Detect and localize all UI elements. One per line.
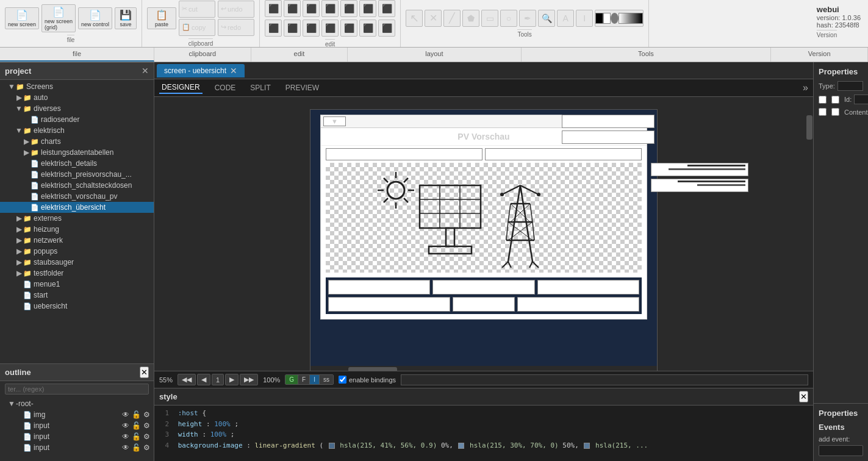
tree-item-diverses[interactable]: ▼ 📁 diverses — [0, 103, 154, 114]
tree-item-el-schalt[interactable]: 📄 elektrisch_schaltsteckdosen — [0, 180, 154, 191]
flip-h-icon[interactable]: ⬛ — [265, 20, 282, 37]
tree-item-staubsauger[interactable]: ▶ 📁 staubsauger — [0, 257, 154, 268]
pen-tool[interactable]: ✒ — [519, 10, 536, 27]
zoom-prev-button[interactable]: ◀ — [197, 374, 210, 385]
text-tool[interactable]: A — [557, 10, 574, 27]
dark-input-1[interactable] — [562, 115, 655, 128]
outline-root[interactable]: ▼ -root- — [0, 398, 154, 409]
canvas-wrapper[interactable]: ▼ PV Vorschau — [154, 97, 813, 371]
id-checkbox2[interactable] — [831, 96, 839, 104]
canvas-hscroll[interactable] — [310, 366, 657, 371]
settings-icon[interactable]: ⚙ — [143, 410, 150, 419]
tree-item-screens[interactable]: ▼ 📁 Screens — [0, 81, 154, 92]
tree-item-heizung[interactable]: ▶ 📁 heizung — [0, 224, 154, 235]
pv-input-left[interactable] — [326, 148, 482, 160]
tab-preview[interactable]: PREVIEW — [283, 82, 321, 93]
tree-item-auto[interactable]: ▶ 📁 auto — [0, 92, 154, 103]
new-screen-grid-button[interactable]: 📄 new screen(grid) — [41, 4, 76, 32]
tree-item-start[interactable]: 📄 start — [0, 290, 154, 301]
enable-bindings-checkbox[interactable] — [339, 376, 346, 384]
vscroll-thumb[interactable] — [806, 115, 812, 140]
polygon-tool[interactable]: ⬟ — [462, 10, 479, 27]
lock-icon-2[interactable]: 🔓 — [132, 421, 141, 430]
tab-close-button[interactable]: ✕ — [230, 66, 237, 75]
tab-split[interactable]: SPLIT — [248, 82, 273, 93]
right-input-2[interactable] — [651, 179, 748, 192]
tree-item-popups[interactable]: ▶ 📁 popups — [0, 246, 154, 257]
outline-close-button[interactable]: ✕ — [140, 366, 149, 378]
bottom-input-1[interactable] — [328, 280, 430, 295]
ss-button[interactable]: ss — [320, 375, 333, 384]
outline-item-input2[interactable]: 📄 input 👁 🔓 ⚙ — [0, 431, 154, 442]
zoom-next-button[interactable]: ▶ — [225, 374, 239, 385]
outline-item-input3[interactable]: 📄 input 👁 🔓 ⚙ — [0, 442, 154, 453]
copy-button[interactable]: 📋 copy — [179, 19, 215, 36]
tree-item-leistungsdaten[interactable]: ▶ 📁 leistungsdatentabellen — [0, 147, 154, 158]
content-checkbox1[interactable] — [819, 108, 827, 116]
tab-designer[interactable]: DESIGNER — [159, 82, 203, 94]
tree-item-el-details[interactable]: 📄 elektrisch_details — [0, 158, 154, 169]
outline-item-input1[interactable]: 📄 input 👁 🔓 ⚙ — [0, 420, 154, 431]
eye-icon-4[interactable]: 👁 — [122, 443, 129, 452]
grid-icon[interactable]: ⬛ — [340, 20, 357, 37]
rotate-icon[interactable]: ⬛ — [303, 20, 320, 37]
settings-icon-2[interactable]: ⚙ — [143, 421, 150, 430]
screen-tab-uebersicht[interactable]: screen - uebersicht ✕ — [157, 64, 245, 77]
zoom-first-button[interactable]: ◀◀ — [178, 374, 196, 385]
tree-item-testfolder[interactable]: ▶ 📁 testfolder — [0, 268, 154, 279]
bottom-input-4[interactable] — [328, 297, 450, 312]
tree-item-radiosender[interactable]: 📄 radiosender — [0, 114, 154, 125]
right-input-1[interactable] — [651, 163, 748, 176]
content-checkbox2[interactable] — [831, 108, 839, 116]
tree-item-externes[interactable]: ▶ 📁 externes — [0, 213, 154, 224]
tree-item-elektrisch[interactable]: ▼ 📁 elektrisch — [0, 125, 154, 136]
ellipse-tool[interactable]: ○ — [500, 10, 517, 27]
bindings-input[interactable] — [401, 374, 808, 385]
scale-icon[interactable]: ⬛ — [321, 20, 339, 37]
style-code-area[interactable]: 1 :host { 2 height : 100% ; 3 width : 10… — [154, 406, 813, 453]
align-left-icon[interactable]: ⬛ — [265, 0, 282, 17]
tab-code[interactable]: CODE — [212, 82, 239, 93]
bottom-input-2[interactable] — [432, 280, 534, 295]
black-swatch[interactable] — [595, 13, 603, 24]
distribute-icon[interactable]: ⬛ — [378, 0, 395, 17]
align-top-icon[interactable]: ⬛ — [321, 0, 339, 17]
settings-icon-3[interactable]: ⚙ — [143, 432, 150, 441]
text-cursor-tool[interactable]: I — [576, 10, 593, 27]
lock-icon[interactable]: 🔓 — [132, 410, 141, 419]
tree-item-el-uebersicht[interactable]: 📄 elektrisch_übersicht — [0, 202, 154, 213]
id-input[interactable] — [854, 95, 868, 104]
tree-item-el-preis[interactable]: 📄 elektrisch_preisvorschau_... — [0, 169, 154, 180]
tree-item-menue1[interactable]: 📄 menue1 — [0, 279, 154, 290]
tree-item-netzwerk[interactable]: ▶ 📁 netzwerk — [0, 235, 154, 246]
add-event-input[interactable] — [819, 445, 863, 456]
align-bar-icon[interactable]: ⬛ — [340, 0, 357, 17]
dark-input-2[interactable] — [562, 130, 655, 144]
bottom-input-5[interactable] — [453, 297, 514, 312]
align-right-icon[interactable]: ⬛ — [303, 0, 320, 17]
bottom-input-3[interactable] — [537, 280, 639, 295]
style-close-button[interactable]: ✕ — [799, 391, 808, 402]
outline-item-img[interactable]: 📄 img 👁 🔓 ⚙ — [0, 409, 154, 420]
white-swatch[interactable] — [603, 13, 611, 24]
tree-item-charts[interactable]: ▶ 📁 charts — [0, 136, 154, 147]
more-icon[interactable]: ⬛ — [359, 20, 376, 37]
crosshair-tool[interactable]: ✕ — [425, 10, 442, 27]
tree-item-uebersicht[interactable]: 📄 uebersicht — [0, 301, 154, 312]
new-screen-button[interactable]: 📄 new screen — [5, 7, 39, 29]
eye-icon-2[interactable]: 👁 — [122, 421, 129, 430]
collapse-panel-button[interactable]: » — [803, 82, 808, 93]
tree-item-el-vorschau[interactable]: 📄 elektrisch_vorschau_pv — [0, 191, 154, 202]
lock-icon-3[interactable]: 🔓 — [132, 432, 141, 441]
align-bottom-icon[interactable]: ⬛ — [359, 0, 376, 17]
lock-icon-4[interactable]: 🔓 — [132, 443, 141, 452]
redo-button[interactable]: ↪ redo — [218, 19, 254, 36]
f-button[interactable]: F — [298, 375, 310, 384]
settings-icon-4[interactable]: ⚙ — [143, 443, 150, 452]
id-checkbox[interactable] — [819, 96, 827, 104]
type-input[interactable] — [838, 81, 863, 91]
cut-button[interactable]: ✂ cut — [179, 1, 215, 18]
zoom-last-button[interactable]: ▶▶ — [240, 374, 258, 385]
undo-button[interactable]: ↩ undo — [218, 1, 254, 18]
flip-v-icon[interactable]: ⬛ — [284, 20, 301, 37]
